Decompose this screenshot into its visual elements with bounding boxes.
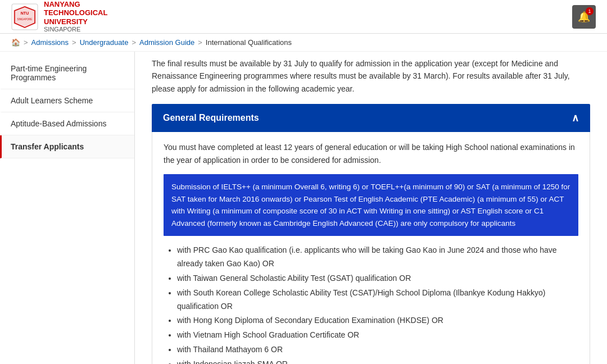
highlighted-requirements-block: Submission of IELTS++ (a minimum Overall… [164, 174, 578, 236]
sidebar-item-adult-learners[interactable]: Adult Learners Scheme [0, 89, 134, 112]
notification-bell-button[interactable]: 🔔 1 [572, 5, 596, 29]
highlighted-text: Submission of IELTS++ (a minimum Overall… [171, 183, 570, 228]
intro-text: The final results must be available by 3… [152, 52, 590, 95]
breadcrumb-sep2: > [72, 38, 76, 47]
breadcrumb-sep4: > [198, 38, 202, 47]
list-item: with Taiwan General Scholastic Ability T… [177, 272, 578, 285]
ntu-logo-icon: NTU SINGAPORE [11, 3, 38, 30]
breadcrumb-sep1: > [24, 38, 28, 47]
list-item: with PRC Gao Kao qualification (i.e. app… [177, 244, 578, 271]
general-requirements-section: General Requirements ∧ You must have com… [152, 104, 590, 364]
breadcrumb: 🏠 > Admissions > Undergraduate > Admissi… [0, 34, 607, 52]
logo-text: NANYANG TECHNOLOGICAL UNIVERSITY SINGAPO… [44, 0, 107, 33]
list-item: with Thailand Mathayom 6 OR [177, 343, 578, 357]
sidebar: Part-time Engineering Programmes Adult L… [0, 52, 135, 364]
logo-line3: UNIVERSITY [44, 17, 107, 26]
req-intro-text: You must have completed at least 12 year… [164, 141, 578, 166]
qualification-list: with PRC Gao Kao qualification (i.e. app… [164, 244, 578, 364]
sidebar-item-transfer[interactable]: Transfer Applicants [0, 135, 134, 158]
sidebar-item-part-time[interactable]: Part-time Engineering Programmes [0, 57, 134, 89]
list-item: with South Korean College Scholastic Abi… [177, 286, 578, 313]
logo-line1: NANYANG [44, 0, 107, 8]
svg-text:NTU: NTU [21, 11, 29, 15]
sidebar-item-aptitude[interactable]: Aptitude-Based Admissions [0, 112, 134, 135]
header: NTU SINGAPORE NANYANG TECHNOLOGICAL UNIV… [0, 0, 607, 34]
logo-area: NTU SINGAPORE NANYANG TECHNOLOGICAL UNIV… [11, 0, 107, 33]
list-item: with Indonesian Ijazah SMA OR [177, 358, 578, 364]
logo-line2: TECHNOLOGICAL [44, 8, 107, 17]
section-body: You must have completed at least 12 year… [152, 132, 590, 364]
page-layout: Part-time Engineering Programmes Adult L… [0, 52, 607, 364]
section-title: General Requirements [163, 113, 259, 123]
breadcrumb-sep3: > [132, 38, 136, 47]
svg-marker-1 [13, 6, 36, 28]
list-item: with Vietnam High School Graduation Cert… [177, 329, 578, 342]
notification-badge: 1 [586, 7, 594, 15]
logo-line4: SINGAPORE [44, 26, 107, 33]
breadcrumb-admissions-link[interactable]: Admissions [31, 38, 69, 47]
breadcrumb-current: International Qualifications [206, 38, 292, 47]
section-header[interactable]: General Requirements ∧ [152, 104, 590, 132]
breadcrumb-admission-guide-link[interactable]: Admission Guide [139, 38, 194, 47]
chevron-up-icon: ∧ [572, 112, 579, 124]
list-item: with Hong Kong Diploma of Secondary Educ… [177, 314, 578, 327]
main-content: The final results must be available by 3… [135, 52, 607, 364]
breadcrumb-home-link[interactable]: 🏠 [11, 38, 20, 47]
svg-text:SINGAPORE: SINGAPORE [17, 18, 33, 21]
breadcrumb-undergraduate-link[interactable]: Undergraduate [80, 38, 129, 47]
